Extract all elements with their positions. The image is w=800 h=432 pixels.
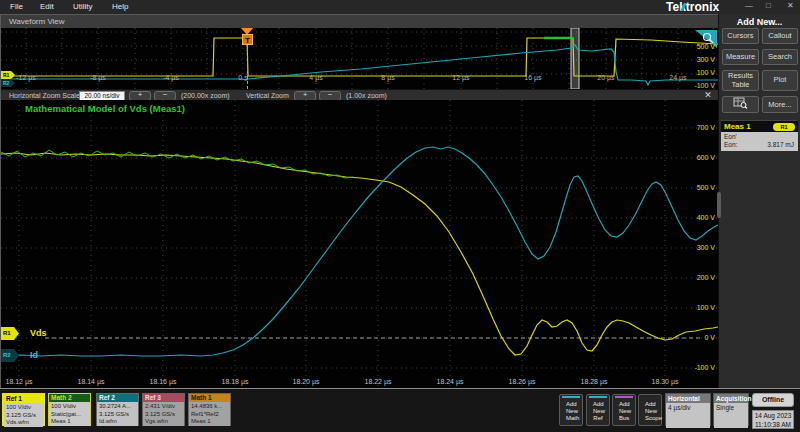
search-button[interactable]: Search [762, 49, 798, 65]
math1-scale: 14.4836 k... [191, 403, 230, 411]
ref3-samplerate: 3.125 GS/s [145, 411, 184, 419]
menu-edit[interactable]: Edit [40, 2, 54, 11]
math-color-stripe [562, 396, 580, 398]
ref3-channel-badge[interactable]: Ref 3 2.431 V/div 3.125 GS/s Vgs.wfm [142, 393, 185, 426]
overview-volt-label-2: 100 V [685, 69, 715, 76]
main-volt-label-3: 400 V [681, 214, 715, 221]
overview-time-label-7: 16 µs [515, 74, 551, 81]
restore-icon[interactable]: □ [766, 1, 771, 10]
overview-time-label-6: 12 µs [443, 74, 479, 81]
datetime-display: 14 Aug 2023 11:10:38 AM [752, 410, 794, 429]
overview-time-label-0: -12 µs [8, 74, 44, 81]
acquisition-value: Single [714, 403, 748, 428]
waveform-view-window: Waveform View T R1 R2 -12 µs-8 µs-4 µs0 … [0, 14, 719, 389]
close-icon[interactable]: ✕ [787, 1, 794, 10]
acquisition-panel[interactable]: Acquisition Single [713, 393, 749, 426]
ref2-scale: 30.2724 A... [99, 403, 138, 411]
main-time-label-7: 18.26 µs [502, 378, 542, 385]
trigger-line [247, 45, 248, 89]
callout-button[interactable]: Callout [762, 28, 798, 44]
waveform-view-title: Waveform View [1, 15, 718, 28]
ref3-badge-title: Ref 3 [143, 394, 184, 402]
menu-utility[interactable]: Utility [73, 2, 93, 11]
ref1-channel-badge[interactable]: Ref 1 100 V/div 3.125 GS/s Vds.wfm [2, 393, 45, 426]
time-text: 11:10:38 AM [753, 420, 793, 429]
main-time-label-8: 18.28 µs [574, 378, 614, 385]
meas1-source-pill[interactable]: R1 [773, 123, 795, 131]
ref1-scale: 100 V/div [6, 404, 43, 412]
main-volt-label-6: 100 V [681, 304, 715, 311]
main-volt-label-7: 0 V [681, 334, 715, 341]
offline-button[interactable]: Offline [752, 393, 794, 407]
overview-volt-label-1: 300 V [685, 56, 715, 63]
math2-mode: Static|gat... [51, 411, 90, 419]
zoom-table-button[interactable] [722, 96, 759, 113]
overview-volt-label-3: -100 V [685, 82, 715, 89]
minimize-icon[interactable]: — [745, 1, 753, 10]
add-new-header: Add New... [719, 17, 800, 27]
ref1-samplerate: 3.125 GS/s [6, 412, 43, 420]
main-volt-label-4: 300 V [681, 244, 715, 251]
main-plot[interactable]: Mathematical Model of Vds (Meas1) R1 Vds… [1, 100, 718, 389]
vertical-zoom-label: Vertical Zoom [246, 92, 289, 99]
tektronix-logo: Tektronix [666, 0, 719, 14]
meas1-results: Eon' Eon: 3.817 mJ [721, 132, 798, 151]
plot-title: Mathematical Model of Vds (Meas1) [25, 103, 185, 114]
meas1-badge[interactable]: Meas 1 R1 Eon' Eon: 3.817 mJ [721, 120, 798, 151]
more-button[interactable]: More... [762, 96, 798, 113]
add-new-math-button[interactable]: AddNewMath [559, 394, 583, 426]
right-panel: Add New... Cursors Callout Measure Searc… [718, 14, 800, 388]
bus-color-stripe [615, 396, 633, 398]
settings-bar: Ref 1 100 V/div 3.125 GS/s Vds.wfm Math … [0, 388, 800, 432]
add-new-bus-button[interactable]: AddNewBus [612, 394, 636, 426]
main-plot-canvas[interactable] [1, 100, 718, 389]
overview-time-label-4: 4 µs [298, 74, 334, 81]
measure-button[interactable]: Measure [722, 49, 759, 65]
math2-source: Meas 1 [51, 418, 90, 426]
horizontal-value: 4 µs/div [666, 403, 710, 428]
menu-bar: File Edit Utility Help Tektronix — □ ✕ [0, 0, 800, 15]
horizontal-zoom-scale-label: Horizontal Zoom Scale [9, 92, 80, 99]
meas1-name: Meas 1 [724, 122, 751, 131]
ref1-file: Vds.wfm [6, 419, 43, 427]
trigger-marker[interactable]: T [242, 34, 253, 45]
ref1-badge-title: Ref 1 [4, 395, 43, 403]
overview-time-label-2: -4 µs [153, 74, 189, 81]
main-volt-label-2: 500 V [681, 184, 715, 191]
math2-badge-title: Math 2 [49, 394, 90, 402]
acquisition-title: Acquisition [714, 394, 748, 403]
horizontal-panel[interactable]: Horizontal 4 µs/div [665, 393, 711, 426]
math2-scale: 100 V/div [51, 403, 90, 411]
overview-plot[interactable]: T R1 R2 -12 µs-8 µs-4 µs0 s4 µs8 µs12 µs… [1, 28, 718, 89]
overview-time-label-1: -8 µs [80, 74, 116, 81]
oscilloscope-app: File Edit Utility Help Tektronix — □ ✕ W… [0, 0, 800, 432]
main-time-label-0: 18.12 µs [1, 378, 39, 385]
math1-expression: Ref1*Ref2 [191, 411, 230, 419]
main-volt-label-8: -100 V [681, 364, 715, 371]
overview-time-label-3: 0 s [225, 74, 261, 81]
add-new-ref-button[interactable]: AddNewRef [586, 394, 610, 426]
table-search-icon [733, 97, 748, 109]
plot-button[interactable]: Plot [762, 70, 798, 91]
menu-help[interactable]: Help [112, 2, 128, 11]
ref3-file: Vgs.wfm [145, 418, 184, 426]
meas1-row2-label: Eon: [724, 141, 737, 148]
vds-label: Vds [30, 328, 47, 338]
main-time-label-2: 18.16 µs [143, 378, 183, 385]
main-time-label-1: 18.14 µs [71, 378, 111, 385]
math2-channel-badge[interactable]: Math 2 100 V/div Static|gat... Meas 1 [48, 393, 91, 426]
ref2-channel-badge[interactable]: Ref 2 30.2724 A... 3.125 GS/s Id.wfm [96, 393, 139, 426]
panel-resize-handle[interactable] [717, 192, 721, 218]
meas1-row1: Eon' [724, 133, 737, 140]
main-time-label-4: 18.20 µs [286, 378, 326, 385]
date-text: 14 Aug 2023 [753, 411, 793, 420]
ref2-badge-title: Ref 2 [97, 394, 138, 402]
cursors-button[interactable]: Cursors [722, 28, 759, 44]
ref2-samplerate: 3.125 GS/s [99, 411, 138, 419]
add-new-scope-button[interactable]: AddNewScope [638, 394, 662, 426]
results-table-button[interactable]: Results Table [722, 70, 759, 91]
overview-time-label-5: 8 µs [370, 74, 406, 81]
menu-file[interactable]: File [10, 2, 23, 11]
id-label: Id [30, 350, 38, 360]
math1-channel-badge[interactable]: Math 1 14.4836 k... Ref1*Ref2 Meas 1 [188, 393, 231, 426]
